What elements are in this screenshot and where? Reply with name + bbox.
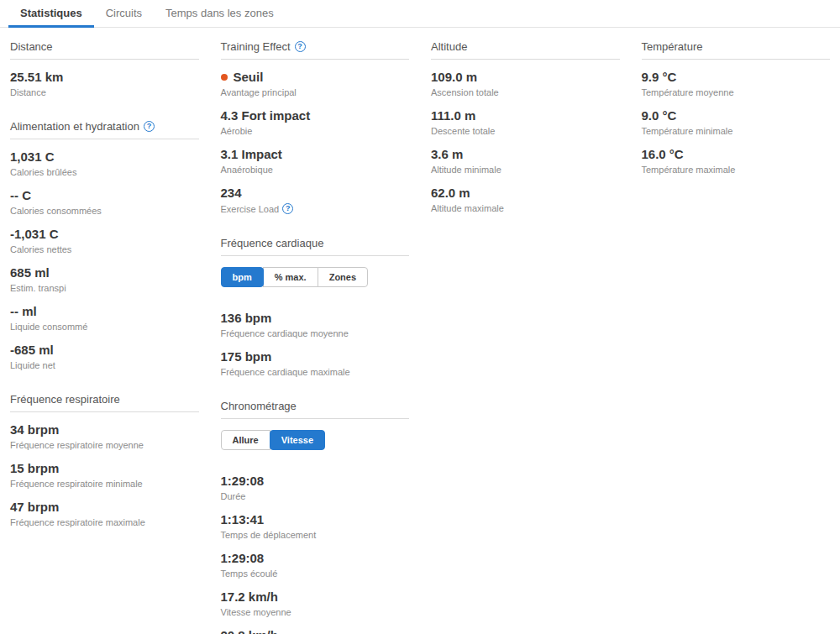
stat-label: Altitude minimale [431,165,620,175]
section-temperature-title: Température [642,40,831,60]
stat-fluid-consumed: -- ml Liquide consommé [10,303,199,332]
stat-label: Liquide consommé [10,322,199,332]
toggle-zones[interactable]: Zones [318,267,368,287]
stat-value: 3.1 Impact [221,146,410,162]
stat-value: 136 bpm [221,310,410,326]
stat-value: 4.3 Fort impact [221,107,410,123]
stat-value: 34 brpm [10,422,199,438]
stat-heart-rate-avg: 136 bpm Fréquence cardiaque moyenne [221,310,410,338]
column-2: Training Effect ? Seuil Avantage princip… [221,40,410,634]
stat-value: 1:29:08 [221,473,410,489]
toggle-allure[interactable]: Allure [221,430,270,450]
stat-respiration-avg: 34 brpm Fréquence respiratoire moyenne [10,422,199,450]
stat-label: Anaérobique [221,165,410,175]
section-distance-title: Distance [10,40,199,60]
toggle-bpm[interactable]: bpm [221,267,264,287]
stat-respiration-max: 47 brpm Fréquence respiratoire maximale [10,499,199,527]
stat-total-ascent: 109.0 m Ascension totale [431,69,620,97]
stat-value: 1:29:08 [221,550,410,566]
stat-label: Fréquence respiratoire minimale [10,479,199,489]
stat-value: 1:13:41 [221,511,410,527]
section-training-effect: Training Effect ? Seuil Avantage princip… [221,40,410,214]
threshold-dot-icon [221,74,228,81]
stat-total-descent: 111.0 m Descente totale [431,107,620,136]
stat-sweat-estimate: 685 ml Estim. transpi [10,265,199,293]
stat-value: 3.6 m [431,146,620,162]
stat-value: 685 ml [10,265,199,280]
stat-label: Température maximale [642,165,831,175]
stat-label: Avantage principal [221,87,410,97]
section-respiration: Fréquence respiratoire 34 brpm Fréquence… [10,393,199,527]
stat-label: Calories nettes [10,244,199,254]
stat-value: 20.8 km/h [221,627,410,634]
stat-value-text: Seuil [234,69,264,85]
column-3: Altitude 109.0 m Ascension totale 111.0 … [431,40,620,236]
stat-max-altitude: 62.0 m Altitude maximale [431,185,620,213]
section-respiration-title: Fréquence respiratoire [10,393,199,412]
stat-label: Exercise Load ? [221,203,410,214]
stat-min-altitude: 3.6 m Altitude minimale [431,146,620,175]
section-nutrition-hydration: Alimentation et hydratation ? 1,031 C Ca… [10,120,199,370]
stat-label: Temps écoulé [221,569,410,579]
tab-circuits[interactable]: Circuits [94,0,154,28]
stat-label: Liquide net [10,360,199,370]
stat-value: 111.0 m [431,107,620,123]
stat-value: 9.9 °C [642,69,831,85]
tab-bar: Statistiques Circuits Temps dans les zon… [0,0,840,28]
toggle-percent-max[interactable]: % max. [263,267,318,287]
stat-moving-time: 1:13:41 Temps de déplacement [221,511,410,540]
stat-respiration-min: 15 brpm Fréquence respiratoire minimale [10,460,199,489]
stat-value: 16.0 °C [642,146,831,162]
stat-label: Fréquence respiratoire moyenne [10,440,199,450]
stat-label: Ascension totale [431,87,620,97]
help-icon[interactable]: ? [295,41,306,52]
stat-aerobic-effect: 4.3 Fort impact Aérobie [221,107,410,136]
stat-label: Durée [221,491,410,501]
statistics-grid: Distance 25.51 km Distance Alimentation … [0,28,840,634]
stat-value: 109.0 m [431,69,620,85]
section-altitude: Altitude 109.0 m Ascension totale 111.0 … [431,40,620,213]
stat-value: -1,031 C [10,226,199,242]
stat-label: Vitesse moyenne [221,607,410,617]
stat-label: Temps de déplacement [221,530,410,540]
stat-value: -- ml [10,303,199,319]
stat-exercise-load: 234 Exercise Load ? [221,185,410,214]
stat-value: 17.2 km/h [221,589,410,605]
stat-label: Fréquence respiratoire maximale [10,517,199,527]
stat-label-text: Exercise Load [221,204,280,214]
section-heart-rate: Fréquence cardiaque bpm % max. Zones 136… [221,237,410,377]
stat-avg-moving-speed: 20.8 km/h Vitesse moyenne en déplacement [221,627,410,634]
stat-label: Calories consommées [10,206,199,216]
column-1: Distance 25.51 km Distance Alimentation … [10,40,199,550]
stat-label: Estim. transpi [10,283,199,293]
stat-duration: 1:29:08 Durée [221,473,410,501]
stat-elapsed-time: 1:29:08 Temps écoulé [221,550,410,579]
stat-value: Seuil [221,69,410,85]
stat-primary-benefit: Seuil Avantage principal [221,69,410,97]
stat-label: Fréquence cardiaque moyenne [221,328,410,338]
stat-label: Distance [10,87,199,97]
stat-fluid-net: -685 ml Liquide net [10,342,199,370]
section-timing: Chronométrage Allure Vitesse 1:29:08 Dur… [221,400,410,634]
stat-label: Altitude maximale [431,203,620,213]
stat-label: Température minimale [642,126,831,136]
stat-calories-consumed: -- C Calories consommées [10,187,199,216]
stat-calories-net: -1,031 C Calories nettes [10,226,199,254]
stat-value: -685 ml [10,342,199,358]
section-timing-title: Chronométrage [221,400,410,419]
stat-distance: 25.51 km Distance [10,69,199,97]
stat-value: -- C [10,187,199,203]
toggle-vitesse[interactable]: Vitesse [270,430,325,450]
tab-temps-dans-les-zones[interactable]: Temps dans les zones [154,0,286,28]
stat-label: Descente totale [431,126,620,136]
stat-avg-temperature: 9.9 °C Température moyenne [642,69,831,97]
stat-max-temperature: 16.0 °C Température maximale [642,146,831,175]
stat-value: 9.0 °C [642,107,831,123]
stat-calories-burned: 1,031 C Calories brûlées [10,149,199,177]
help-icon[interactable]: ? [144,121,155,132]
help-icon[interactable]: ? [282,203,293,214]
stat-heart-rate-max: 175 bpm Fréquence cardiaque maximale [221,348,410,377]
tab-statistiques[interactable]: Statistiques [8,0,94,28]
stat-anaerobic-effect: 3.1 Impact Anaérobique [221,146,410,175]
stat-value: 1,031 C [10,149,199,165]
